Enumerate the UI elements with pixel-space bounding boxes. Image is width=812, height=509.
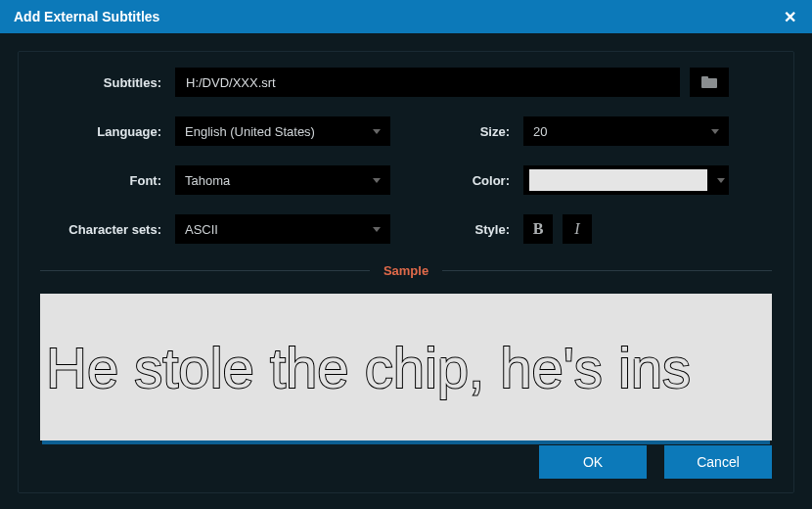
label-color: Color: bbox=[398, 173, 516, 188]
font-value: Tahoma bbox=[185, 173, 230, 188]
label-font: Font: bbox=[40, 173, 167, 188]
folder-icon bbox=[701, 76, 717, 88]
bold-button[interactable]: B bbox=[523, 214, 553, 244]
close-icon[interactable]: ✕ bbox=[781, 8, 798, 26]
chevron-down-icon bbox=[373, 178, 381, 183]
dialog-body: Subtitles: Language: English (United Sta… bbox=[0, 33, 812, 509]
chevron-down-icon bbox=[717, 178, 725, 183]
sample-separator: Sample bbox=[40, 263, 772, 278]
size-dropdown[interactable]: 20 bbox=[523, 116, 729, 146]
dialog-window: Add External Subtitles ✕ Subtitles: Lang… bbox=[0, 0, 812, 509]
size-value: 20 bbox=[533, 124, 547, 139]
charsets-value: ASCII bbox=[185, 222, 218, 237]
chevron-down-icon bbox=[373, 129, 381, 134]
color-picker[interactable] bbox=[523, 165, 729, 195]
sample-heading: Sample bbox=[370, 263, 442, 278]
label-language: Language: bbox=[40, 124, 167, 139]
ok-button[interactable]: OK bbox=[539, 445, 647, 479]
separator-line bbox=[442, 270, 772, 271]
sample-preview: He stole the chip, he's ins bbox=[40, 294, 772, 440]
form-grid: Subtitles: Language: English (United Sta… bbox=[40, 68, 772, 244]
language-dropdown[interactable]: English (United States) bbox=[175, 116, 390, 146]
label-charsets: Character sets: bbox=[40, 222, 167, 237]
chevron-down-icon bbox=[711, 129, 719, 134]
separator-line bbox=[40, 270, 370, 271]
label-style: Style: bbox=[398, 222, 516, 237]
browse-button[interactable] bbox=[690, 68, 729, 97]
subtitles-row bbox=[175, 68, 729, 97]
style-button-row: B I bbox=[523, 214, 729, 244]
label-subtitles: Subtitles: bbox=[40, 75, 167, 90]
italic-button[interactable]: I bbox=[563, 214, 592, 244]
titlebar: Add External Subtitles ✕ bbox=[0, 0, 812, 33]
label-size: Size: bbox=[398, 124, 516, 139]
dialog-inner: Subtitles: Language: English (United Sta… bbox=[18, 51, 794, 493]
language-value: English (United States) bbox=[185, 124, 315, 139]
window-title: Add External Subtitles bbox=[14, 9, 159, 24]
color-swatch bbox=[529, 169, 707, 191]
font-dropdown[interactable]: Tahoma bbox=[175, 165, 390, 195]
charsets-dropdown[interactable]: ASCII bbox=[175, 214, 390, 244]
subtitles-path-input[interactable] bbox=[175, 68, 680, 97]
dialog-footer: OK Cancel bbox=[539, 445, 772, 479]
sample-text: He stole the chip, he's ins bbox=[46, 335, 691, 400]
chevron-down-icon bbox=[373, 227, 381, 232]
cancel-button[interactable]: Cancel bbox=[664, 445, 772, 479]
